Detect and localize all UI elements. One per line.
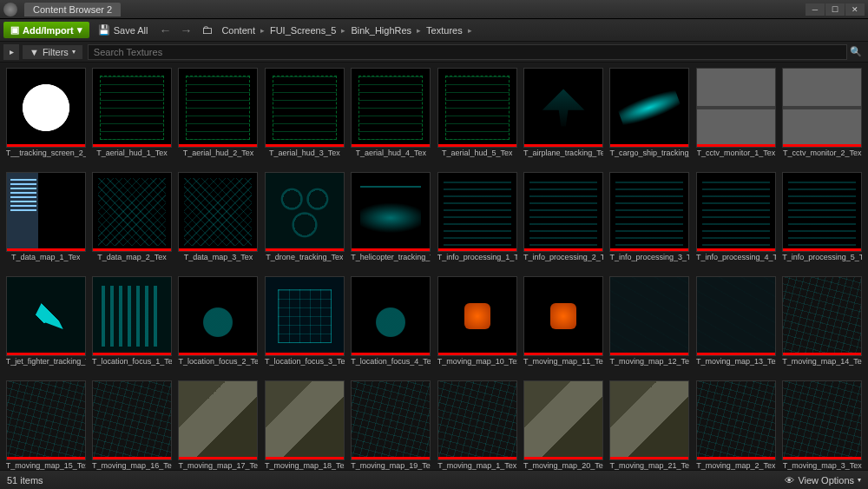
- breadcrumb-item[interactable]: Textures: [424, 25, 464, 36]
- asset-item[interactable]: T_aerial_hud_3_Tex: [264, 68, 345, 167]
- asset-item[interactable]: T_moving_map_19_Tex: [351, 380, 431, 470]
- asset-label: T_data_map_2_Tex: [97, 254, 167, 271]
- asset-item[interactable]: T_info_processing_3_Tex: [609, 172, 690, 271]
- breadcrumb-item[interactable]: Content: [220, 25, 257, 36]
- asset-item[interactable]: T_info_processing_1_Tex: [437, 172, 517, 271]
- asset-item[interactable]: T_moving_map_16_Tex: [91, 380, 172, 470]
- asset-label: T_moving_map_21_Tex: [609, 462, 689, 470]
- asset-thumbnail: [782, 68, 862, 148]
- asset-item[interactable]: T_data_map_3_Tex: [178, 172, 259, 271]
- asset-item[interactable]: T__tracking_screen_2_mask: [5, 68, 86, 167]
- asset-item[interactable]: T_drone_tracking_Tex: [264, 172, 345, 271]
- asset-grid: T__tracking_screen_2_maskT_aerial_hud_1_…: [5, 68, 863, 470]
- asset-grid-area[interactable]: T__tracking_screen_2_maskT_aerial_hud_1_…: [0, 63, 868, 470]
- asset-label: T_airplane_tracking_Tex: [523, 149, 603, 167]
- asset-label: T_aerial_hud_5_Tex: [442, 149, 513, 167]
- asset-item[interactable]: T_location_focus_4_Tex: [351, 276, 431, 375]
- asset-item[interactable]: T_airplane_tracking_Tex: [523, 68, 603, 167]
- asset-label: T_aerial_hud_3_Tex: [269, 149, 340, 167]
- save-icon: 💾: [98, 24, 110, 36]
- asset-item[interactable]: T_location_focus_1_Tex: [91, 276, 172, 375]
- asset-item[interactable]: T_aerial_hud_4_Tex: [351, 68, 431, 167]
- asset-label: T_moving_map_17_Tex: [178, 462, 258, 470]
- asset-thumbnail: [351, 68, 431, 148]
- search-icon[interactable]: 🔍: [847, 46, 865, 57]
- breadcrumb: Content▸FUI_Screens_5▸Bink_HighRes▸Textu…: [220, 25, 475, 36]
- view-options-label: View Options: [798, 475, 854, 486]
- nav-forward-button[interactable]: →: [177, 22, 194, 39]
- window-tab[interactable]: Content Browser 2: [24, 3, 121, 17]
- asset-item[interactable]: T_moving_map_12_Tex: [609, 276, 690, 375]
- asset-item[interactable]: T_moving_map_20_Tex: [523, 380, 603, 470]
- asset-item[interactable]: T_aerial_hud_2_Tex: [178, 68, 259, 167]
- asset-label: T_helicopter_tracking_Tex: [351, 254, 431, 271]
- asset-thumbnail: [523, 172, 603, 252]
- asset-label: T_aerial_hud_2_Tex: [183, 149, 254, 167]
- breadcrumb-item[interactable]: FUI_Screens_5: [268, 25, 338, 36]
- asset-thumbnail: [351, 380, 431, 460]
- asset-item[interactable]: T_cctv_monitor_2_Tex: [782, 68, 863, 167]
- status-bar: 51 items 👁 View Options ▾: [0, 470, 868, 489]
- maximize-button[interactable]: ☐: [825, 3, 845, 16]
- asset-item[interactable]: T_data_map_2_Tex: [91, 172, 172, 271]
- chevron-right-icon: ▸: [338, 26, 349, 35]
- asset-thumbnail: [178, 276, 258, 356]
- chevron-right-icon: ▸: [464, 26, 476, 35]
- breadcrumb-item[interactable]: Bink_HighRes: [349, 25, 413, 36]
- asset-label: T_moving_map_20_Tex: [523, 462, 603, 470]
- view-options-button[interactable]: 👁 View Options ▾: [785, 475, 861, 486]
- asset-item[interactable]: T_moving_map_2_Tex: [695, 380, 776, 470]
- asset-thumbnail: [437, 380, 517, 460]
- asset-item[interactable]: T_aerial_hud_1_Tex: [91, 68, 172, 167]
- asset-item[interactable]: T_cargo_ship_tracking_Tex: [609, 68, 690, 167]
- asset-item[interactable]: T_moving_map_10_Tex: [437, 276, 517, 375]
- asset-label: T_moving_map_1_Tex: [437, 462, 516, 470]
- asset-thumbnail: [6, 380, 86, 460]
- asset-item[interactable]: T_moving_map_11_Tex: [523, 276, 603, 375]
- asset-item[interactable]: T_moving_map_15_Tex: [5, 380, 86, 470]
- asset-label: T_moving_map_11_Tex: [523, 358, 603, 375]
- search-input[interactable]: [88, 44, 847, 60]
- asset-label: T__tracking_screen_2_mask: [6, 149, 86, 167]
- asset-item[interactable]: T_helicopter_tracking_Tex: [351, 172, 431, 271]
- asset-item[interactable]: T_data_map_1_Tex: [5, 172, 86, 271]
- asset-thumbnail: [92, 68, 172, 148]
- sources-toggle-button[interactable]: ▸: [3, 44, 19, 60]
- asset-item[interactable]: T_jet_fighter_tracking_Tex: [5, 276, 86, 375]
- asset-thumbnail: [437, 276, 517, 356]
- nav-back-button[interactable]: ←: [156, 22, 174, 39]
- asset-item[interactable]: T_location_focus_3_Tex: [264, 276, 345, 375]
- asset-item[interactable]: T_moving_map_3_Tex: [782, 380, 863, 470]
- close-button[interactable]: ✕: [845, 3, 865, 16]
- minimize-button[interactable]: ─: [806, 3, 825, 16]
- titlebar: Content Browser 2 ─ ☐ ✕: [0, 0, 868, 19]
- asset-thumbnail: [265, 380, 345, 460]
- asset-label: T_moving_map_18_Tex: [265, 462, 345, 470]
- filter-bar: ▸ ▼ Filters ▾ 🔍: [0, 42, 868, 63]
- asset-item[interactable]: T_moving_map_13_Tex: [695, 276, 776, 375]
- asset-thumbnail: [6, 68, 86, 148]
- asset-item[interactable]: T_info_processing_4_Tex: [695, 172, 776, 271]
- dropdown-icon: ▾: [72, 48, 76, 56]
- asset-label: T_aerial_hud_4_Tex: [356, 149, 427, 167]
- asset-item[interactable]: T_moving_map_1_Tex: [437, 380, 517, 470]
- asset-item[interactable]: T_moving_map_18_Tex: [264, 380, 345, 470]
- asset-label: T_moving_map_12_Tex: [609, 358, 689, 375]
- asset-thumbnail: [523, 276, 603, 356]
- asset-item[interactable]: T_location_focus_2_Tex: [178, 276, 259, 375]
- asset-item[interactable]: T_moving_map_17_Tex: [178, 380, 259, 470]
- asset-item[interactable]: T_info_processing_5_Tex: [782, 172, 863, 271]
- asset-thumbnail: [178, 172, 258, 252]
- asset-item[interactable]: T_cctv_monitor_1_Tex: [695, 68, 776, 167]
- asset-label: T_aerial_hud_1_Tex: [96, 149, 168, 167]
- asset-item[interactable]: T_moving_map_14_Tex: [782, 276, 863, 375]
- folder-icon[interactable]: 🗀: [201, 23, 213, 36]
- asset-item[interactable]: T_moving_map_21_Tex: [609, 380, 690, 470]
- add-import-button[interactable]: ▣ Add/Import ▾: [3, 22, 89, 38]
- save-all-button[interactable]: 💾 Save All: [93, 22, 154, 38]
- chevron-right-icon: ▸: [413, 26, 424, 35]
- asset-item[interactable]: T_info_processing_2_Tex: [523, 172, 603, 271]
- asset-item[interactable]: T_aerial_hud_5_Tex: [437, 68, 517, 167]
- asset-label: T_info_processing_1_Tex: [437, 254, 517, 271]
- filters-button[interactable]: ▼ Filters ▾: [23, 45, 82, 59]
